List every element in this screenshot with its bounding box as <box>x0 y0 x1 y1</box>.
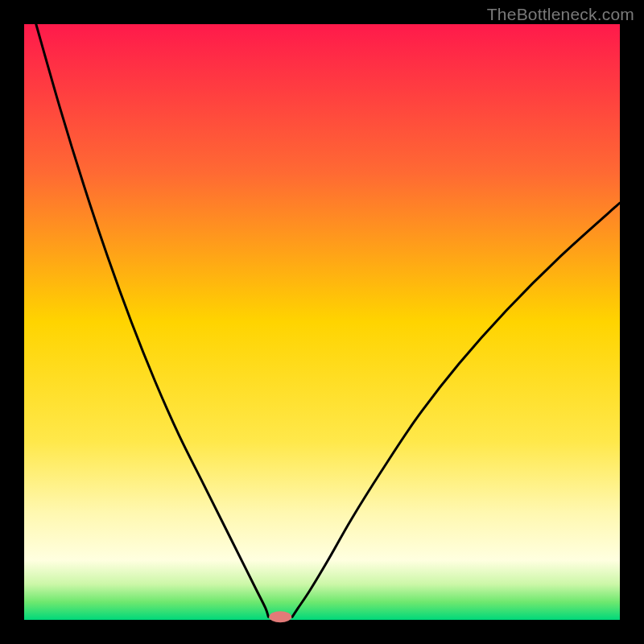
bottleneck-chart <box>0 0 644 644</box>
bottleneck-marker <box>269 611 291 622</box>
chart-frame: TheBottleneck.com <box>0 0 644 644</box>
watermark-text: TheBottleneck.com <box>487 5 634 24</box>
plot-background <box>24 24 620 620</box>
